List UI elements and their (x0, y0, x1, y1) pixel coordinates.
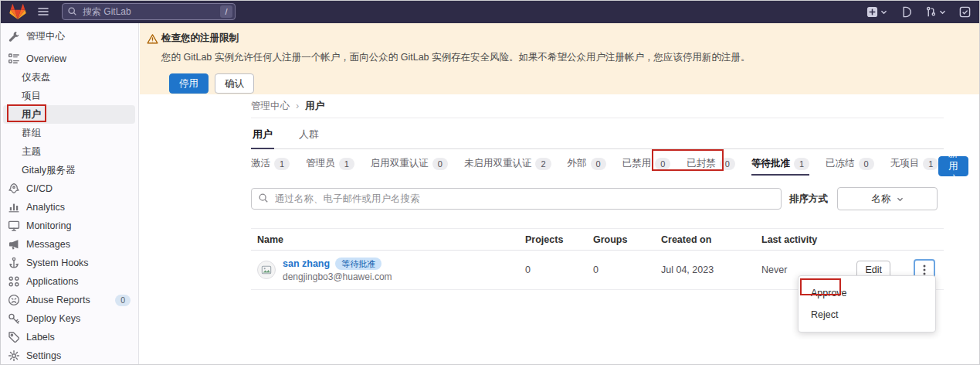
merge-requests-dropdown[interactable] (925, 6, 946, 18)
filter-blocked[interactable]: 已冻结 0 (826, 157, 874, 176)
sidebar-item-label: 项目 (22, 90, 41, 103)
cell-created-on: Jul 04, 2023 (661, 264, 761, 275)
filter-label: 已冻结 (826, 157, 855, 170)
deactivate-button[interactable]: 停用 (169, 73, 209, 94)
slash-shortcut-key: / (220, 5, 232, 18)
filter-label: 已禁用 (622, 157, 652, 170)
filter-active[interactable]: 激活 1 (251, 157, 290, 176)
sidebar-item-label: Messages (26, 239, 70, 250)
todo-list-icon[interactable] (959, 6, 971, 18)
sidebar-item-groups[interactable]: 群组 (3, 124, 135, 142)
main-content: 管理中心 › 用户 用户 人群 激活 1 管理员 1 启用双重认证 0 未启用双… (251, 94, 944, 290)
sidebar-item-label: Applications (26, 276, 78, 287)
sidebar-item-labels[interactable]: Labels (3, 328, 135, 346)
sidebar-item-deploy-keys[interactable]: Deploy Keys (3, 309, 135, 328)
issues-icon[interactable] (900, 6, 912, 18)
gear-icon (8, 350, 20, 362)
topbar-actions (866, 6, 971, 18)
filter-pending-approval[interactable]: 等待批准 1 (751, 157, 809, 176)
breadcrumb-admin-area[interactable]: 管理中心 (251, 100, 290, 113)
overview-icon (8, 53, 20, 65)
header-projects: Projects (525, 234, 593, 245)
user-name-link[interactable]: san zhang (283, 258, 330, 269)
sidebar-item-dashboard[interactable]: 仪表盘 (3, 68, 135, 87)
breadcrumb: 管理中心 › 用户 (251, 94, 944, 118)
global-search-input[interactable] (62, 3, 236, 20)
users-tabs: 用户 人群 (251, 118, 944, 149)
pending-approval-badge: 等待批准 (335, 258, 381, 270)
approve-menu-item[interactable]: Approve (799, 282, 935, 304)
alert-title: 检查您的注册限制 (161, 32, 965, 45)
sidebar-item-label: 群组 (22, 127, 41, 140)
bar-chart-icon (8, 201, 20, 213)
sidebar-item-applications[interactable]: Applications (3, 272, 135, 291)
sort-dropdown[interactable]: 名称 (837, 187, 938, 210)
search-icon (258, 193, 269, 203)
sidebar-item-projects[interactable]: 项目 (3, 87, 135, 105)
rocket-icon (8, 182, 20, 195)
filter-admins[interactable]: 管理员 1 (306, 157, 354, 176)
sidebar-item-monitoring[interactable]: Monitoring (3, 217, 135, 235)
tab-users[interactable]: 用户 (251, 122, 274, 149)
filter-count-badge: 0 (859, 158, 874, 170)
filter-external[interactable]: 外部 0 (568, 157, 606, 176)
sidebar-item-label: Deploy Keys (26, 313, 80, 324)
sidebar-item-messages[interactable]: Messages (3, 235, 135, 254)
sidebar-item-label: Overview (26, 53, 66, 64)
sidebar-item-label: Labels (26, 332, 55, 343)
plus-square-icon (866, 6, 878, 18)
monitor-icon (8, 220, 20, 232)
filter-count-badge: 1 (794, 158, 809, 170)
wrench-icon (8, 30, 20, 43)
new-menu-dropdown[interactable] (866, 6, 887, 18)
header-name: Name (251, 234, 525, 245)
user-actions-menu: Approve Reject (798, 275, 936, 333)
sidebar-item-cicd[interactable]: CI/CD (3, 179, 135, 198)
breadcrumb-current: 用户 (305, 100, 324, 113)
hamburger-menu-icon[interactable] (37, 5, 49, 18)
user-search-input[interactable] (251, 188, 782, 210)
sidebar-item-overview[interactable]: Overview (3, 49, 135, 68)
gitlab-logo-icon[interactable] (9, 3, 26, 20)
user-search-row: 排序方式 名称 (251, 187, 944, 210)
filter-2fa-disabled[interactable]: 未启用双重认证 2 (464, 157, 551, 176)
filter-label: 已封禁 (687, 157, 716, 170)
sidebar-item-admin-area[interactable]: 管理中心 (3, 27, 135, 46)
acknowledge-button[interactable]: 确认 (215, 73, 254, 94)
reject-menu-item[interactable]: Reject (799, 304, 935, 326)
sidebar-item-topics[interactable]: 主题 (3, 142, 135, 161)
search-icon (67, 6, 77, 16)
sidebar-item-abuse-reports[interactable]: Abuse Reports 0 (3, 291, 135, 309)
filter-count-badge: 0 (655, 158, 670, 170)
filter-deactivated[interactable]: 已禁用 0 (622, 157, 671, 176)
filter-count-badge: 1 (339, 158, 354, 170)
label-tag-icon (8, 331, 20, 343)
filter-label: 无项目 (890, 157, 920, 170)
tab-cohorts[interactable]: 人群 (297, 122, 320, 148)
apps-grid-icon (8, 275, 20, 288)
megaphone-icon (8, 238, 20, 251)
new-user-button[interactable]: 新用户 (938, 156, 968, 176)
sidebar-item-gitaly-servers[interactable]: Gitaly服务器 (3, 161, 135, 179)
sidebar-item-analytics[interactable]: Analytics (3, 198, 135, 217)
filter-label: 启用双重认证 (371, 157, 429, 170)
sidebar-item-users[interactable]: 用户 (3, 105, 135, 124)
filter-count-badge: 0 (591, 158, 606, 170)
filter-label: 未启用双重认证 (464, 157, 532, 170)
signup-restriction-alert: 检查您的注册限制 您的 GitLab 实例允许任何人注册一个帐户，面向公众的 G… (140, 23, 980, 94)
chevron-down-icon (939, 9, 946, 15)
sidebar-item-label: Analytics (26, 202, 65, 213)
filter-2fa-enabled[interactable]: 启用双重认证 0 (371, 157, 448, 176)
filter-label: 外部 (568, 157, 587, 170)
user-search[interactable] (251, 188, 782, 210)
sort-dropdown-value: 名称 (872, 193, 891, 206)
filter-banned[interactable]: 已封禁 0 (687, 157, 735, 176)
sidebar-item-settings[interactable]: Settings (3, 346, 135, 365)
sidebar-item-label: Gitaly服务器 (22, 164, 75, 177)
global-search[interactable]: / (62, 3, 236, 20)
sidebar-item-system-hooks[interactable]: System Hooks (3, 254, 135, 272)
sidebar-item-label: CI/CD (26, 183, 53, 194)
filter-pills: 激活 1 管理员 1 启用双重认证 0 未启用双重认证 2 外部 0 已禁用 0 (251, 157, 938, 176)
header-last-activity: Last activity (761, 234, 944, 245)
filter-without-projects[interactable]: 无项目 1 (890, 157, 939, 176)
